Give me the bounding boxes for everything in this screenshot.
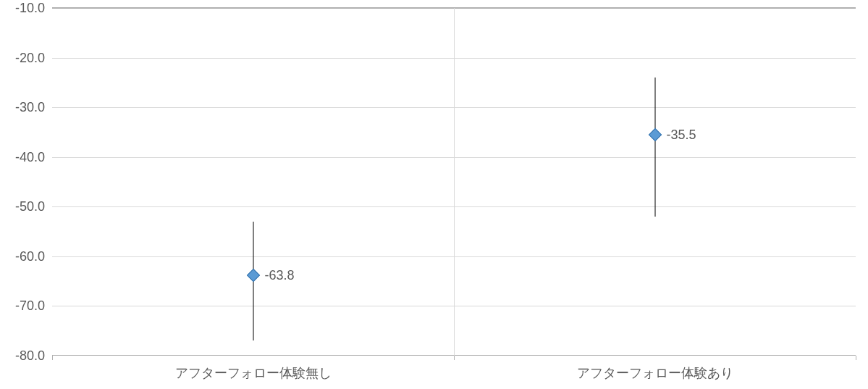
y-axis-tick-label: -20.0 <box>15 50 52 65</box>
y-axis-tick-label: -60.0 <box>15 248 52 264</box>
chart-container: -10.0-20.0-30.0-40.0-50.0-60.0-70.0-80.0… <box>0 0 868 389</box>
data-label: -63.8 <box>265 267 295 283</box>
y-axis-tick-label: -40.0 <box>15 149 52 164</box>
x-axis-tick-label: アフターフォロー体験あり <box>577 356 733 382</box>
x-axis-tick-label: アフターフォロー体験無し <box>175 356 332 382</box>
x-axis-tick <box>52 356 53 360</box>
error-bar <box>654 78 655 217</box>
x-axis-tick <box>454 356 455 360</box>
category-divider <box>454 8 455 356</box>
y-axis-tick-label: -80.0 <box>15 348 52 364</box>
diamond-marker-icon <box>246 269 259 282</box>
plot-area: -10.0-20.0-30.0-40.0-50.0-60.0-70.0-80.0… <box>52 7 856 356</box>
y-axis-tick-label: -30.0 <box>15 100 52 115</box>
data-label: -35.5 <box>667 127 696 142</box>
x-axis-tick <box>856 356 856 360</box>
diamond-marker-icon <box>648 128 661 141</box>
y-axis-tick-label: -70.0 <box>15 298 52 314</box>
y-axis-tick-label: -10.0 <box>15 1 52 16</box>
y-axis-tick-label: -50.0 <box>15 199 52 214</box>
